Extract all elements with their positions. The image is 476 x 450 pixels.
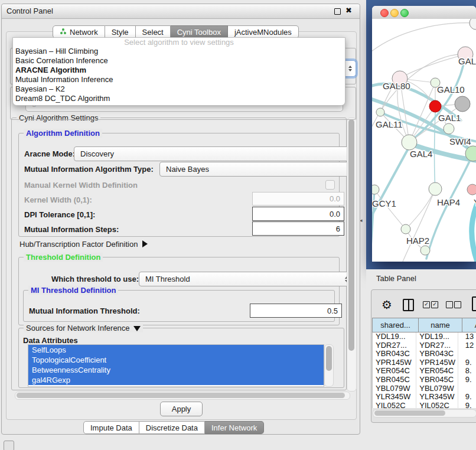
table-cell: 9. — [458, 376, 476, 384]
network-window-titlebar[interactable] — [372, 6, 476, 19]
node-label-hap2: HAP2 — [406, 236, 429, 246]
attribute-item-betweennesscentrality[interactable]: BetweennessCentrality — [28, 365, 324, 375]
top-tab-bar: NetworkStyleSelectCyni ToolboxjActiveMNo… — [53, 25, 299, 38]
table-cell: YBR045C — [416, 376, 458, 384]
table-cell: 9. — [458, 402, 476, 408]
network-node-gal1[interactable] — [444, 123, 454, 134]
table-row[interactable]: YER054CYER054C8. — [373, 367, 476, 376]
network-window[interactable]: GALGAL80GAL10GAL1GAL11GAL4SWI4GCY1HAP4YH… — [372, 6, 476, 262]
minimized-panel-icon[interactable] — [4, 441, 14, 450]
tab-jactivemnodules[interactable]: jActiveMNodules — [228, 25, 299, 38]
tab-discretize-data[interactable]: Discretize Data — [139, 421, 205, 434]
control-panel-titlebar[interactable]: Control Panel ✖ — [2, 4, 360, 19]
node-label-gal80: GAL80 — [383, 81, 410, 91]
mi-threshold-field[interactable]: 0.5 — [250, 304, 342, 318]
manual-kernel-checkbox[interactable] — [325, 180, 335, 190]
data-attributes-list[interactable]: SelfLoopsTopologicalCoefficientBetweenne… — [28, 344, 324, 387]
settings-horizontal-scrollbar[interactable] — [15, 392, 350, 400]
attribute-item-topologicalcoefficient[interactable]: TopologicalCoefficient — [28, 355, 324, 365]
table-row[interactable]: YBL079WYBL079W — [373, 384, 476, 393]
mi-steps-field[interactable]: 6 — [252, 221, 344, 236]
network-node[interactable] — [429, 100, 441, 112]
algorithm-dropdown-popup[interactable]: Select algorithm to view settings Bayesi… — [12, 37, 345, 106]
scrollbar-thumb[interactable] — [326, 346, 332, 371]
scrollbar-thumb[interactable] — [348, 119, 354, 351]
tab-network[interactable]: Network — [53, 25, 105, 38]
mi-type-label: Mutual Information Algorithm Type: — [24, 165, 154, 174]
apply-button[interactable]: Apply — [160, 402, 203, 416]
network-node-hap4[interactable] — [429, 182, 442, 195]
table-row[interactable]: YBR043CYBR043C — [373, 350, 476, 358]
dropdown-item-dream8-dc-tdc-algorithm[interactable]: Dream8 DC_TDC Algorithm — [13, 94, 345, 103]
table-row[interactable]: YIL052CYIL052C9. — [373, 402, 476, 408]
scrollbar-thumb[interactable] — [374, 410, 445, 416]
scrollbar-thumb[interactable] — [17, 393, 345, 398]
gear-icon[interactable]: ⚙ — [382, 298, 392, 312]
which-threshold-value: MI Threshold — [145, 275, 190, 283]
dropdown-item-bayesian-k2[interactable]: Bayesian – K2 — [13, 84, 345, 94]
checked-pair-icon[interactable]: ✓ — [423, 301, 430, 308]
zoom-traffic-light-icon[interactable] — [400, 9, 409, 17]
hub-section-toggle[interactable]: Hub/Transcription Factor Definition — [19, 240, 148, 249]
table-horizontal-scrollbar[interactable] — [373, 409, 476, 418]
table-cell: 8. — [458, 367, 476, 376]
table-row[interactable]: YPR145WYPR145W9. — [373, 358, 476, 367]
document-icon[interactable] — [472, 296, 476, 311]
node-label-gal10: GAL10 — [437, 84, 465, 94]
tab-style[interactable]: Style — [105, 25, 136, 38]
network-canvas[interactable]: GALGAL80GAL10GAL1GAL11GAL4SWI4GCY1HAP4YH… — [372, 19, 476, 262]
kernel-width-label: Kernel Width (0,1): — [24, 195, 92, 204]
column-header-a[interactable]: A — [462, 318, 476, 332]
close-traffic-light-icon[interactable] — [380, 9, 389, 17]
table-row[interactable]: YBR045CYBR045C9. — [373, 376, 476, 384]
aracne-mode-combo[interactable]: Discovery — [74, 146, 356, 161]
dropdown-item-aracne-algorithm[interactable]: ARACNE Algorithm — [13, 66, 345, 75]
table-row[interactable]: YDR27...YDR27...12 — [373, 341, 476, 350]
split-columns-icon[interactable] — [403, 299, 414, 311]
attribute-item-gal4rgexp[interactable]: gal4RGexp — [28, 375, 324, 385]
table-row[interactable]: YDL19...YDL19...13 — [373, 332, 476, 341]
unchecked-pair-icon[interactable] — [446, 301, 453, 308]
which-threshold-combo[interactable]: MI Threshold — [139, 272, 353, 286]
dpi-tolerance-label: DPI Tolerance [0,1]: — [24, 210, 95, 219]
network-node[interactable] — [455, 96, 470, 112]
checked-pair-icon[interactable]: ✓ — [431, 301, 438, 308]
tab-label: Cyni Toolbox — [177, 28, 221, 37]
network-node-gal4[interactable] — [402, 135, 417, 150]
network-node[interactable] — [470, 19, 476, 30]
tab-infer-network[interactable]: Infer Network — [205, 421, 264, 434]
dropdown-item-basic-correlation-inference[interactable]: Basic Correlation Inference — [13, 56, 345, 66]
mi-type-combo[interactable]: Naive Bayes — [159, 162, 356, 177]
tab-cyni-toolbox[interactable]: Cyni Toolbox — [171, 25, 228, 38]
node-label-hap4: HAP4 — [437, 197, 460, 207]
dropdown-item-mutual-information-inference[interactable]: Mutual Information Inference — [13, 75, 345, 84]
node-label-gal11: GAL11 — [376, 119, 403, 129]
minimize-traffic-light-icon[interactable] — [390, 9, 399, 17]
network-node[interactable] — [420, 246, 430, 255]
dropdown-item-bayesian-hill-climbing[interactable]: Bayesian – Hill Climbing — [13, 47, 345, 56]
table-row[interactable]: YLR345WYLR345W9. — [373, 393, 476, 402]
dpi-tolerance-field[interactable]: 0.0 — [252, 207, 344, 221]
network-node-gal11[interactable] — [376, 108, 384, 116]
algorithm-definition-title: Algorithm Definition — [24, 129, 102, 138]
network-node-y[interactable] — [467, 184, 476, 195]
table-cell: YDL19... — [416, 332, 458, 341]
table-cell: YDR27... — [416, 341, 458, 350]
attribute-item-selfloops[interactable]: SelfLoops — [28, 345, 324, 355]
attributes-list-scrollbar[interactable] — [324, 344, 334, 387]
column-header-name[interactable]: name — [419, 318, 462, 332]
tab-impute-data[interactable]: Impute Data — [83, 421, 139, 434]
network-graph[interactable]: GALGAL80GAL10GAL1GAL11GAL4SWI4GCY1HAP4YH… — [372, 19, 476, 262]
network-node-gcy1[interactable] — [372, 185, 379, 194]
network-node-hap2[interactable] — [401, 224, 410, 234]
unchecked-pair-icon[interactable] — [454, 301, 461, 308]
dropdown-placeholder: Select algorithm to view settings — [13, 38, 345, 47]
column-header-shared[interactable]: shared... — [372, 318, 419, 332]
table-body[interactable]: YDL19...YDL19...13YDR27...YDR27...12YBR0… — [372, 332, 476, 408]
close-icon[interactable]: ✖ — [345, 6, 352, 15]
tab-label: Select — [142, 28, 164, 37]
settings-vertical-scrollbar[interactable] — [347, 118, 357, 392]
float-icon[interactable] — [334, 8, 341, 15]
tab-select[interactable]: Select — [136, 25, 171, 38]
sources-group-toggle[interactable]: Sources for Network Inference — [24, 324, 143, 332]
